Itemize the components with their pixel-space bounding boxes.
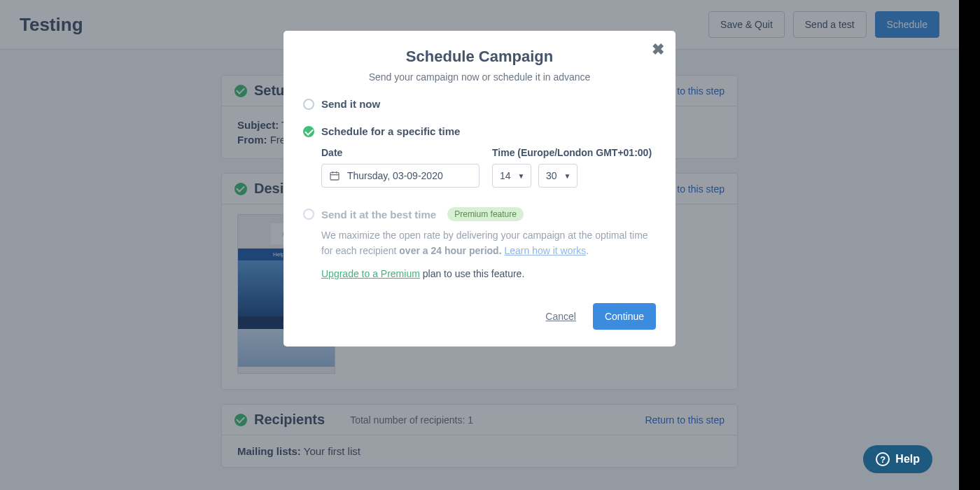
minute-value: 30: [546, 170, 557, 181]
upgrade-premium-link[interactable]: Upgrade to a Premium: [321, 268, 420, 279]
radio-unchecked-icon[interactable]: [303, 99, 314, 110]
time-label: Time (Europe/London GMT+01:00): [492, 147, 652, 158]
best-time-description: We maximize the open rate by delivering …: [321, 228, 656, 258]
modal-overlay[interactable]: ✖ Schedule Campaign Send your campaign n…: [0, 0, 959, 490]
date-input[interactable]: Thursday, 03-09-2020: [321, 164, 479, 188]
date-field-group: Date Thursday, 03-09-2020: [321, 147, 479, 188]
help-icon: ?: [876, 452, 890, 466]
radio-checked-icon[interactable]: [303, 126, 314, 137]
minute-select[interactable]: 30 ▼: [538, 164, 578, 188]
date-label: Date: [321, 147, 479, 158]
modal-title: Schedule Campaign: [303, 48, 656, 66]
radio-disabled-icon: [303, 209, 314, 220]
send-now-label: Send it now: [321, 98, 380, 110]
upgrade-row: Upgrade to a Premium plan to use this fe…: [321, 268, 656, 279]
option-send-now[interactable]: Send it now: [303, 98, 656, 110]
date-value: Thursday, 03-09-2020: [347, 170, 443, 181]
modal-subtitle: Send your campaign now or schedule it in…: [303, 71, 656, 83]
schedule-specific-label: Schedule for a specific time: [321, 125, 460, 137]
premium-badge: Premium feature: [447, 207, 524, 221]
option-best-time: Send it at the best time Premium feature: [303, 207, 656, 221]
hour-select[interactable]: 14 ▼: [492, 164, 531, 188]
schedule-campaign-modal: ✖ Schedule Campaign Send your campaign n…: [284, 31, 676, 346]
help-widget[interactable]: ? Help: [863, 445, 932, 473]
svg-rect-0: [330, 172, 339, 180]
best-time-label: Send it at the best time: [321, 209, 436, 220]
chevron-down-icon: ▼: [564, 172, 571, 180]
cancel-button[interactable]: Cancel: [545, 311, 576, 322]
option-schedule-specific[interactable]: Schedule for a specific time: [303, 125, 656, 137]
continue-button[interactable]: Continue: [593, 303, 656, 330]
calendar-icon: [329, 170, 340, 181]
close-icon[interactable]: ✖: [652, 41, 664, 59]
chevron-down-icon: ▼: [518, 172, 525, 180]
learn-how-link[interactable]: Learn how it works: [504, 245, 586, 256]
hour-value: 14: [500, 170, 511, 181]
help-label: Help: [895, 453, 920, 465]
time-field-group: Time (Europe/London GMT+01:00) 14 ▼ 30 ▼: [492, 147, 652, 188]
